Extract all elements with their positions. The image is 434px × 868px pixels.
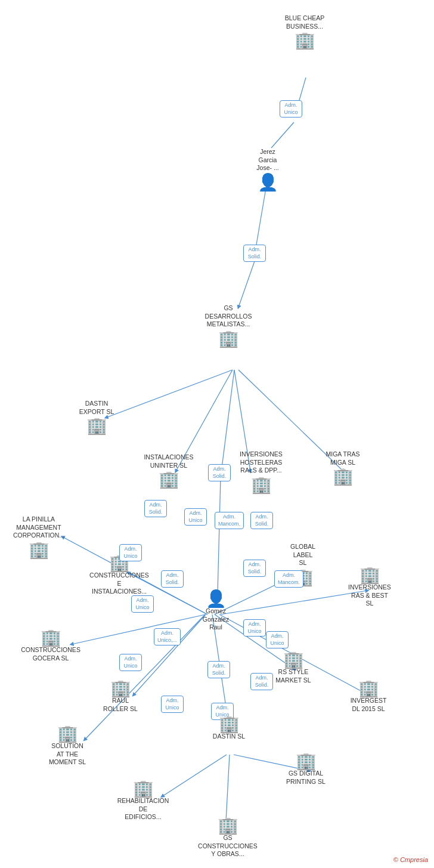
node-miga-tras: MIGA TRASMIGA SL 🏢 <box>316 450 370 485</box>
node-badge-adm-unico-4: Adm.Unico <box>131 595 154 613</box>
icon-jerez: 👤 <box>258 174 278 191</box>
node-gs-digital: 🏢 GS DIGITALPRINTING SL <box>279 753 333 787</box>
icon-gs-desarrollos: 🏢 <box>218 330 239 347</box>
node-badge-adm-unico-8: Adm.Unico <box>161 696 184 713</box>
icon-gs-digital: 🏢 <box>296 753 317 770</box>
badge-adm-solid-6: Adm.Solid. <box>243 560 266 577</box>
label-jerez: JerezGarciaJose- ... <box>256 148 278 172</box>
watermark: © Cmpresia <box>393 856 428 863</box>
badge-adm-unico-6: Adm.Unico <box>243 619 266 637</box>
node-badge-adm-solid-1: Adm.Solid. <box>243 245 266 262</box>
badge-adm-solid-7: Adm.Solid. <box>207 661 230 678</box>
badge-adm-solid-2: Adm.Solid. <box>208 464 231 481</box>
node-badge-adm-solid-5: Adm.Solid. <box>161 570 184 588</box>
icon-instalaciones-uninter: 🏢 <box>159 471 179 488</box>
node-badge-adm-unico-5: Adm.Unico <box>119 654 142 671</box>
label-dastin-export: DASTINEXPORT SL <box>79 400 114 416</box>
node-rehabilitacion: 🏢 REHABILITACIONDEEDIFICIOS... <box>113 780 173 823</box>
svg-line-3 <box>238 260 255 307</box>
label-miga-tras: MIGA TRASMIGA SL <box>326 450 360 467</box>
node-badge-adm-unico-top: Adm.Unico <box>280 100 302 118</box>
svg-line-2 <box>256 185 266 245</box>
icon-blue-cheap: 🏢 <box>294 32 315 49</box>
label-invergest: INVERGESTDL 2015 SL <box>351 697 387 713</box>
icon-solution: 🏢 <box>57 725 78 742</box>
badge-adm-unico-3: Adm.Unico <box>119 544 142 561</box>
icon-dastin-sl: 🏢 <box>219 716 240 733</box>
icon-miga-tras: 🏢 <box>333 468 354 485</box>
label-gs-desarrollos: GSDESARROLLOSMETALISTAS... <box>205 304 252 329</box>
node-dastin-sl: 🏢 DASTIN SL <box>205 716 253 743</box>
node-gs-construcciones: 🏢 GSCONSTRUCCIONESY OBRAS... <box>198 817 258 860</box>
svg-line-14 <box>72 614 206 644</box>
label-rehabilitacion: REHABILITACIONDEEDIFICIOS... <box>117 797 169 821</box>
node-raul-roller: 🏢 RAULROLLER SL <box>97 680 144 715</box>
node-blue-cheap: BLUE CHEAP BUSINESS... 🏢 <box>281 14 328 49</box>
label-raul-roller: RAULROLLER SL <box>103 697 138 713</box>
svg-line-1 <box>271 122 294 148</box>
label-inversiones-ras: INVERSIONESRAS & BESTSL <box>348 583 391 608</box>
badge-adm-solid-1: Adm.Solid. <box>243 245 266 262</box>
node-badge-adm-unico-7: Adm.Unico <box>266 631 289 648</box>
icon-inversiones-ras: 🏢 <box>359 567 380 583</box>
node-gs-desarrollos: GSDESARROLLOSMETALISTAS... 🏢 <box>202 304 255 347</box>
node-badge-adm-unico-3: Adm.Unico <box>119 544 142 561</box>
node-badge-adm-solid-2: Adm.Solid. <box>208 464 231 481</box>
badge-adm-unico-8: Adm.Unico <box>161 696 184 713</box>
badge-adm-unico-7: Adm.Unico <box>266 631 289 648</box>
icon-invergest: 🏢 <box>358 680 379 697</box>
badge-adm-solid-5: Adm.Solid. <box>161 570 184 588</box>
label-construcciones-gocera: CONSTRUCCIONESGOCERA SL <box>21 646 80 662</box>
node-rs-style: 🏢 RS STYLEMARKET SL <box>269 651 317 686</box>
label-gs-digital: GS DIGITALPRINTING SL <box>286 770 326 786</box>
node-construcciones-gocera: 🏢 CONSTRUCCIONESGOCERA SL <box>24 629 78 664</box>
node-badge-adm-unico-5a: Adm.Unico,... <box>154 628 181 645</box>
node-badge-adm-mancom-1: Adm.Mancom. <box>215 512 244 529</box>
label-construcciones-inst: CONSTRUCCIONESEINSTALACIONES... <box>89 572 149 596</box>
node-badge-adm-solid-7: Adm.Solid. <box>207 661 230 678</box>
node-solution: 🏢 SOLUTIONAT THEMOMENT SL <box>41 725 94 768</box>
badge-adm-unico-4: Adm.Unico <box>131 595 154 613</box>
label-solution: SOLUTIONAT THEMOMENT SL <box>49 742 86 767</box>
node-inversiones-hosteleras: INVERSIONESHOSTELERASRALS & DPP... 🏢 <box>231 450 291 493</box>
badge-adm-solid-4: Adm.Solid. <box>250 512 273 529</box>
icon-rehabilitacion: 🏢 <box>133 780 154 797</box>
icon-gs-construcciones: 🏢 <box>218 817 238 834</box>
icon-raul-roller: 🏢 <box>110 680 131 697</box>
label-blue-cheap: BLUE CHEAP BUSINESS... <box>285 14 325 30</box>
label-gomez: GomezGonzalezRaul <box>203 607 229 632</box>
label-gs-construcciones: GSCONSTRUCCIONESY OBRAS... <box>198 834 258 858</box>
badge-adm-solid-3: Adm.Solid. <box>144 500 167 517</box>
svg-line-9 <box>218 477 221 594</box>
label-instalaciones-uninter: INSTALACIONESUNINTER SL <box>144 453 193 469</box>
node-badge-adm-solid-6: Adm.Solid. <box>243 560 266 577</box>
node-badge-adm-unico-2: Adm.Unico <box>184 508 207 526</box>
label-rs-style: RS STYLEMARKET SL <box>275 668 311 684</box>
node-badge-adm-solid-4: Adm.Solid. <box>250 512 273 529</box>
badge-adm-solid-8: Adm.Solid. <box>250 673 273 690</box>
node-la-pinilla: LA PINILLAMANAGEMENTCORPORATION... 🏢 <box>12 515 66 558</box>
node-badge-adm-mancom-2: Adm.Mancom. <box>274 570 303 588</box>
badge-adm-unico-2: Adm.Unico <box>184 508 207 526</box>
badge-adm-unico-5: Adm.Unico <box>119 654 142 671</box>
badge-adm-unico-top: Adm.Unico <box>280 100 302 118</box>
node-badge-adm-solid-3: Adm.Solid. <box>144 500 167 517</box>
icon-rs-style: 🏢 <box>283 651 304 668</box>
node-inversiones-ras: 🏢 INVERSIONESRAS & BESTSL <box>343 567 396 610</box>
badge-adm-mancom-2: Adm.Mancom. <box>274 570 303 588</box>
label-inversiones-hosteleras: INVERSIONESHOSTELERASRALS & DPP... <box>240 450 283 475</box>
svg-line-4 <box>106 370 232 418</box>
node-badge-adm-solid-8: Adm.Solid. <box>250 673 273 690</box>
node-instalaciones-uninter: INSTALACIONESUNINTER SL 🏢 <box>142 453 196 488</box>
icon-gomez: 👤 <box>206 591 227 607</box>
node-gomez: 👤 GomezGonzalezRaul <box>192 591 240 634</box>
badge-adm-unico-5a: Adm.Unico,... <box>154 628 181 645</box>
icon-la-pinilla: 🏢 <box>29 542 49 558</box>
icon-dastin-export: 🏢 <box>86 418 107 434</box>
label-la-pinilla: LA PINILLAMANAGEMENTCORPORATION... <box>13 515 64 540</box>
badge-adm-mancom-1: Adm.Mancom. <box>215 512 244 529</box>
svg-line-19 <box>85 614 205 740</box>
icon-inversiones-hosteleras: 🏢 <box>251 477 272 493</box>
node-dastin-export: DASTINEXPORT SL 🏢 <box>73 400 120 434</box>
node-badge-adm-unico-6: Adm.Unico <box>243 619 266 637</box>
